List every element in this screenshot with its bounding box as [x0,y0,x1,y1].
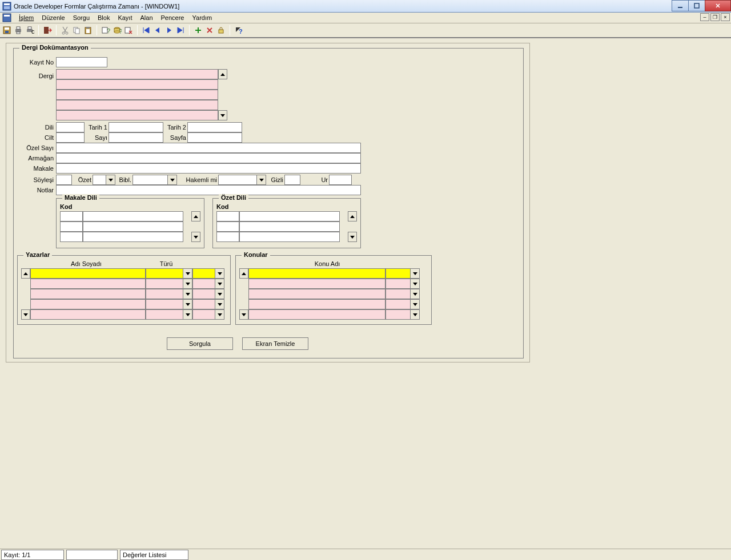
copy-icon[interactable] [72,26,81,35]
input-yazar-x-4[interactable] [192,309,215,320]
input-ozet-dili-txt-1[interactable] [239,221,340,232]
input-yazar-x-0[interactable] [192,268,215,279]
dropdown-yazar-x-0[interactable] [215,268,224,279]
input-makale-dili-kod-1[interactable] [60,221,83,232]
input-konu-0[interactable] [248,268,385,279]
menu-duzenle[interactable]: Düzenle [38,13,69,22]
input-sayi[interactable] [109,132,163,143]
menu-pencere[interactable]: Pencere [157,13,188,22]
execute-query-icon[interactable]: ? [113,26,122,35]
input-ur[interactable] [329,175,352,185]
menu-alan[interactable]: Alan [136,13,156,22]
input-dergi-row-3[interactable] [56,100,218,110]
input-yazar-adi-4[interactable] [30,309,146,320]
input-yazar-x-2[interactable] [192,289,215,299]
cut-icon[interactable] [61,26,70,35]
input-tarih1[interactable] [109,122,163,132]
dropdown-yazar-turu-4[interactable] [183,309,192,320]
input-konu-x-2[interactable] [385,289,411,299]
input-yazar-turu-3[interactable] [146,299,183,309]
mdi-close-button[interactable]: × [721,13,730,21]
input-armagan[interactable] [56,153,361,163]
input-makale-dili-txt-2[interactable] [83,232,183,242]
save-icon[interactable] [2,26,11,35]
input-ozel-sayi[interactable] [56,143,361,153]
input-yazar-adi-2[interactable] [30,289,146,299]
input-ozet-dili-txt-2[interactable] [239,232,340,242]
input-yazar-adi-3[interactable] [30,299,146,309]
input-yazar-adi-0[interactable] [30,268,146,279]
input-ozet-dili-kod-1[interactable] [216,221,239,232]
scroll-up-dergi[interactable] [218,69,227,79]
input-konu-x-3[interactable] [385,299,411,309]
scroll-up-yazarlar[interactable] [21,268,30,279]
scroll-down-ozet-dili[interactable] [348,232,357,242]
sorgula-button[interactable]: Sorgula [167,337,233,350]
input-ozet[interactable] [93,175,106,185]
input-gizli[interactable] [284,175,300,185]
input-dergi-row-2[interactable] [56,90,218,100]
lock-record-icon[interactable] [216,26,226,35]
dropdown-yazar-x-1[interactable] [215,279,224,289]
input-konu-2[interactable] [248,289,385,299]
last-record-icon[interactable] [176,26,185,35]
help-icon[interactable]: ? [234,26,243,35]
input-sayfa[interactable] [187,132,242,143]
dropdown-bibl[interactable] [168,175,177,185]
input-hakemli[interactable] [218,175,257,185]
input-makale-dili-txt-1[interactable] [83,221,183,232]
input-dergi-row-1[interactable] [56,79,218,90]
input-konu-3[interactable] [248,299,385,309]
enter-query-icon[interactable]: ? [101,26,110,35]
input-makale-dili-kod-2[interactable] [60,232,83,242]
input-konu-4[interactable] [248,309,385,320]
remove-record-icon[interactable] [205,26,214,35]
dropdown-konu-1[interactable] [411,279,420,289]
exit-icon[interactable] [43,26,52,35]
input-soylesi[interactable] [56,175,72,185]
input-notlar[interactable] [56,185,361,195]
dropdown-yazar-turu-3[interactable] [183,299,192,309]
dropdown-yazar-turu-2[interactable] [183,289,192,299]
scroll-up-konular[interactable] [239,268,248,279]
dropdown-yazar-x-2[interactable] [215,289,224,299]
input-yazar-adi-1[interactable] [30,279,146,289]
scroll-up-makale-dili[interactable] [191,211,200,221]
minimize-button[interactable] [672,0,689,11]
input-dergi-row-0[interactable] [56,69,218,79]
input-kayit-no[interactable] [56,57,107,67]
ekran-temizle-button[interactable]: Ekran Temizle [242,337,308,350]
next-record-icon[interactable] [164,26,174,35]
input-yazar-x-3[interactable] [192,299,215,309]
scroll-down-konular[interactable] [239,309,248,320]
input-tarih2[interactable] [187,122,242,132]
input-yazar-turu-0[interactable] [146,268,183,279]
dropdown-hakemli[interactable] [257,175,266,185]
menu-sorgu[interactable]: Sorgu [69,13,94,22]
input-ozet-dili-txt-0[interactable] [239,211,340,221]
dropdown-konu-4[interactable] [411,309,420,320]
input-ozet-dili-kod-2[interactable] [216,232,239,242]
print-icon[interactable] [14,26,23,35]
dropdown-yazar-x-3[interactable] [215,299,224,309]
input-bibl[interactable] [132,175,168,185]
input-konu-x-4[interactable] [385,309,411,320]
input-yazar-turu-4[interactable] [146,309,183,320]
input-makale-dili-txt-0[interactable] [83,211,183,221]
input-cilt[interactable] [56,132,85,143]
paste-icon[interactable] [83,26,93,35]
input-konu-x-1[interactable] [385,279,411,289]
menu-kayit[interactable]: Kayıt [114,13,136,22]
cancel-query-icon[interactable] [124,26,133,35]
dropdown-yazar-x-4[interactable] [215,309,224,320]
mdi-restore-button[interactable]: ❐ [710,13,720,21]
print-setup-icon[interactable]: c [25,26,34,35]
input-makale[interactable] [56,163,361,174]
dropdown-yazar-turu-1[interactable] [183,279,192,289]
dropdown-yazar-turu-0[interactable] [183,268,192,279]
scroll-down-makale-dili[interactable] [191,232,200,242]
insert-record-icon[interactable] [194,26,203,35]
input-yazar-x-1[interactable] [192,279,215,289]
input-makale-dili-kod-0[interactable] [60,211,83,221]
input-dergi-row-4[interactable] [56,110,218,120]
